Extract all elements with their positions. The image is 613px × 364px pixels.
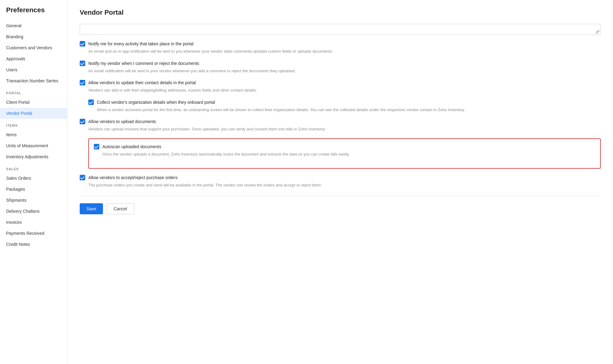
sidebar-item-branding[interactable]: Branding xyxy=(0,31,67,42)
check-label-allow-accept-reject: Allow vendors to accept/reject purchase … xyxy=(88,175,177,180)
checkbox-notify-vendor-comment[interactable] xyxy=(80,61,85,66)
check-desc-autoscan: Once the vendor uploads a document, Zoho… xyxy=(102,151,595,157)
cancel-button[interactable]: Cancel xyxy=(107,203,134,214)
check-item-allow-upload: Allow vendors to upload documents Vendor… xyxy=(80,119,601,132)
check-item-autoscan-box: Autoscan uploaded documents Once the ven… xyxy=(88,138,601,169)
checkbox-collect-org[interactable] xyxy=(88,99,94,105)
checkbox-notify-activity[interactable] xyxy=(80,41,85,47)
sidebar-item-payments-received[interactable]: Payments Received xyxy=(0,228,67,239)
checkbox-autoscan[interactable] xyxy=(94,144,99,149)
sidebar-section-items: ITEMS xyxy=(0,119,67,129)
check-label-allow-upload: Allow vendors to upload documents xyxy=(88,119,156,124)
sidebar-item-items[interactable]: Items xyxy=(0,129,67,140)
sidebar-item-invoices[interactable]: Invoices xyxy=(0,217,67,228)
check-desc-allow-upload: Vendors can upload invoices that support… xyxy=(88,126,601,132)
sidebar-item-transaction-number-series[interactable]: Transaction Number Series xyxy=(0,75,67,86)
sidebar-title: Preferences xyxy=(0,6,67,20)
page-title: Vendor Portal xyxy=(80,9,601,17)
sidebar-item-packages[interactable]: Packages xyxy=(0,184,67,195)
check-item-notify-activity: Notify me for every activity that takes … xyxy=(80,41,601,54)
sidebar-item-delivery-challans[interactable]: Delivery Challans xyxy=(0,206,67,217)
bottom-divider xyxy=(80,196,601,196)
top-textarea[interactable] xyxy=(80,24,601,35)
check-label-notify-vendor-comment: Notify my vendor when I comment or rejec… xyxy=(88,61,199,66)
check-label-notify-activity: Notify me for every activity that takes … xyxy=(88,41,193,46)
sidebar-item-approvals[interactable]: Approvals xyxy=(0,53,67,64)
sidebar-item-credit-notes[interactable]: Credit Notes xyxy=(0,239,67,250)
check-label-collect-org: Collect vendor's organization details wh… xyxy=(97,100,215,105)
main-content: Vendor Portal Notify me for every activi… xyxy=(67,0,613,364)
check-desc-allow-accept-reject: The purchase orders you create and send … xyxy=(88,182,601,188)
sidebar-item-client-portal[interactable]: Client Portal xyxy=(0,97,67,108)
check-desc-allow-update-contact: Vendors can add or edit their shipping/b… xyxy=(88,87,601,93)
checkbox-allow-upload[interactable] xyxy=(80,119,85,124)
check-label-allow-update-contact: Allow vendors to update their contact de… xyxy=(88,80,196,85)
sidebar-item-users[interactable]: Users xyxy=(0,64,67,75)
check-item-allow-update-contact: Allow vendors to update their contact de… xyxy=(80,80,601,93)
sidebar-item-sales-orders[interactable]: Sales Orders xyxy=(0,173,67,184)
sidebar-item-vendor-portal[interactable]: Vendor Portal xyxy=(0,108,67,119)
sidebar-item-units-of-measurement[interactable]: Units of Measurement xyxy=(0,140,67,151)
check-desc-notify-vendor-comment: An email notification will be sent to yo… xyxy=(88,68,601,74)
check-item-autoscan: Autoscan uploaded documents Once the ven… xyxy=(94,144,595,157)
sidebar-item-customers-vendors[interactable]: Customers and Vendors xyxy=(0,42,67,53)
check-item-collect-org: Collect vendor's organization details wh… xyxy=(88,99,601,113)
check-desc-notify-activity: An email and an in-app notification will… xyxy=(88,48,601,54)
checkbox-allow-update-contact[interactable] xyxy=(80,80,85,85)
sidebar-section-portal: PORTAL xyxy=(0,86,67,97)
check-desc-collect-org: When a vendor accesses portal for the fi… xyxy=(97,107,601,113)
sidebar-item-general[interactable]: General xyxy=(0,20,67,31)
action-buttons: Save Cancel xyxy=(80,203,601,214)
check-item-allow-accept-reject: Allow vendors to accept/reject purchase … xyxy=(80,175,601,188)
sidebar: Preferences General Branding Customers a… xyxy=(0,0,67,364)
check-label-autoscan: Autoscan uploaded documents xyxy=(102,144,161,149)
save-button[interactable]: Save xyxy=(80,203,103,214)
check-item-notify-vendor-comment: Notify my vendor when I comment or rejec… xyxy=(80,61,601,74)
sidebar-item-shipments[interactable]: Shipments xyxy=(0,195,67,206)
checkbox-allow-accept-reject[interactable] xyxy=(80,175,85,180)
sidebar-section-sales: SALES xyxy=(0,162,67,173)
sidebar-item-inventory-adjustments[interactable]: Inventory Adjustments xyxy=(0,151,67,162)
